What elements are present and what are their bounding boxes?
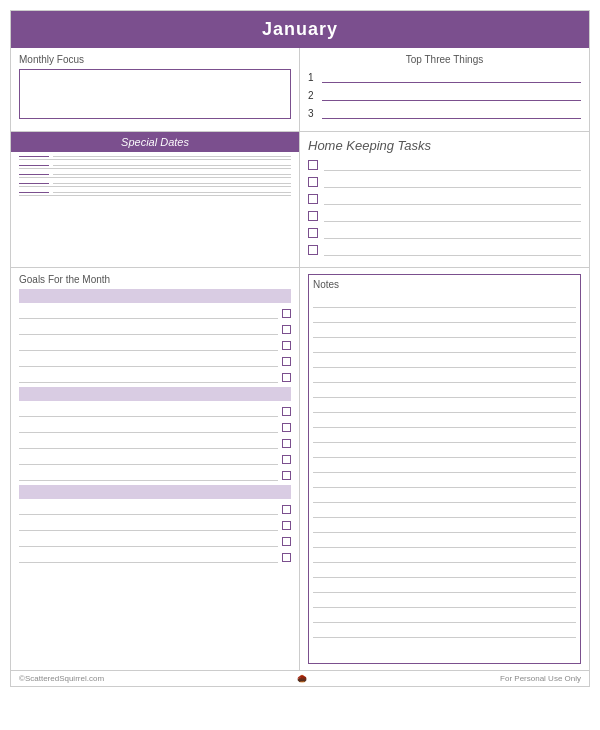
notes-line [313, 624, 576, 638]
top-section: Monthly Focus Top Three Things 1 2 3 [11, 48, 589, 132]
notes-line [313, 309, 576, 323]
top-three-line-3[interactable] [322, 107, 581, 119]
top-three-label: Top Three Things [308, 54, 581, 65]
top-three-item-2: 2 [308, 89, 581, 101]
notes-line [313, 339, 576, 353]
goal-item [19, 339, 291, 351]
goal-checkbox[interactable] [282, 537, 291, 546]
page-header: January [11, 11, 589, 48]
home-keeping-section: Home Keeping Tasks [300, 132, 589, 267]
goal-item [19, 405, 291, 417]
hk-line[interactable] [324, 159, 581, 171]
hk-item [308, 193, 581, 205]
hk-item [308, 244, 581, 256]
hk-item [308, 159, 581, 171]
top-three-num-1: 1 [308, 72, 318, 83]
goal-group-header-3 [19, 485, 291, 499]
notes-line [313, 519, 576, 533]
special-date-row[interactable] [19, 183, 291, 187]
hk-line[interactable] [324, 210, 581, 222]
top-three-item-1: 1 [308, 71, 581, 83]
goal-checkbox[interactable] [282, 407, 291, 416]
hk-item [308, 227, 581, 239]
goal-checkbox[interactable] [282, 357, 291, 366]
page-footer: ©ScatteredSquirrel.com 🌰 For Personal Us… [11, 670, 589, 686]
notes-label: Notes [313, 279, 576, 290]
hk-line[interactable] [324, 176, 581, 188]
goal-checkbox[interactable] [282, 505, 291, 514]
notes-line [313, 414, 576, 428]
home-keeping-label: Home Keeping Tasks [308, 138, 581, 153]
hk-line[interactable] [324, 244, 581, 256]
goal-checkbox[interactable] [282, 471, 291, 480]
footer-right: For Personal Use Only [500, 674, 581, 683]
notes-line [313, 489, 576, 503]
hk-checkbox[interactable] [308, 160, 318, 170]
goal-item [19, 421, 291, 433]
hk-checkbox[interactable] [308, 194, 318, 204]
planner-page: January Monthly Focus Top Three Things 1… [10, 10, 590, 687]
goal-checkbox[interactable] [282, 553, 291, 562]
top-three-item-3: 3 [308, 107, 581, 119]
goal-checkbox[interactable] [282, 423, 291, 432]
notes-line [313, 474, 576, 488]
goal-item [19, 307, 291, 319]
monthly-focus-label: Monthly Focus [19, 54, 291, 65]
footer-left: ©ScatteredSquirrel.com [19, 674, 104, 683]
goal-item [19, 371, 291, 383]
hk-checkbox[interactable] [308, 177, 318, 187]
goal-group-header-1 [19, 289, 291, 303]
top-three-line-1[interactable] [322, 71, 581, 83]
goal-group-header-2 [19, 387, 291, 401]
monthly-focus-section: Monthly Focus [11, 48, 300, 131]
hk-checkbox[interactable] [308, 211, 318, 221]
notes-line [313, 429, 576, 443]
notes-line [313, 384, 576, 398]
top-three-num-2: 2 [308, 90, 318, 101]
notes-line [313, 369, 576, 383]
monthly-focus-box[interactable] [19, 69, 291, 119]
notes-line [313, 444, 576, 458]
goal-checkbox[interactable] [282, 373, 291, 382]
goal-item [19, 469, 291, 481]
goals-label: Goals For the Month [19, 274, 291, 285]
goal-item [19, 535, 291, 547]
hk-item [308, 210, 581, 222]
special-date-row[interactable] [19, 165, 291, 169]
special-dates-body [11, 152, 299, 205]
goal-item [19, 503, 291, 515]
goal-item [19, 355, 291, 367]
goal-checkbox[interactable] [282, 439, 291, 448]
special-date-row[interactable] [19, 192, 291, 196]
footer-icon: 🌰 [297, 674, 307, 683]
notes-box[interactable]: Notes [308, 274, 581, 664]
hk-line[interactable] [324, 227, 581, 239]
notes-line [313, 609, 576, 623]
hk-checkbox[interactable] [308, 245, 318, 255]
notes-line [313, 354, 576, 368]
goal-item [19, 551, 291, 563]
goal-checkbox[interactable] [282, 521, 291, 530]
goal-checkbox[interactable] [282, 325, 291, 334]
special-date-row[interactable] [19, 174, 291, 178]
hk-checkbox[interactable] [308, 228, 318, 238]
notes-line [313, 594, 576, 608]
special-date-row[interactable] [19, 156, 291, 160]
notes-line [313, 579, 576, 593]
goal-item [19, 453, 291, 465]
top-three-section: Top Three Things 1 2 3 [300, 48, 589, 131]
goal-checkbox[interactable] [282, 341, 291, 350]
goal-checkbox[interactable] [282, 455, 291, 464]
goal-item [19, 323, 291, 335]
top-three-num-3: 3 [308, 108, 318, 119]
middle-section: Special Dates Ho [11, 132, 589, 268]
top-three-line-2[interactable] [322, 89, 581, 101]
notes-line [313, 459, 576, 473]
notes-line [313, 399, 576, 413]
goals-section: Goals For the Month [11, 268, 300, 670]
month-title: January [262, 19, 338, 39]
goal-checkbox[interactable] [282, 309, 291, 318]
special-dates-header: Special Dates [11, 132, 299, 152]
notes-line [313, 564, 576, 578]
hk-line[interactable] [324, 193, 581, 205]
